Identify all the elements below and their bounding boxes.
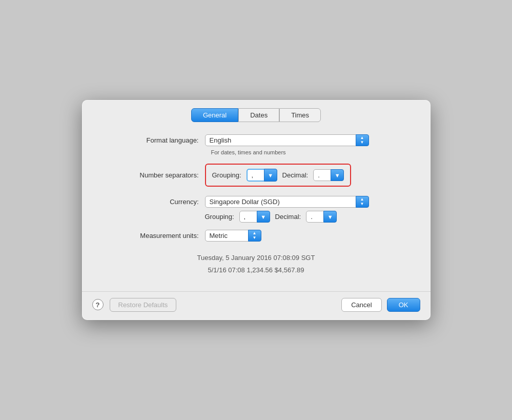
currency-row: Currency: Singapore Dollar (SGD) ▲ ▼	[103, 196, 410, 208]
dialog: General Dates Times Format language: Eng…	[82, 100, 431, 320]
decimal-label: Decimal:	[282, 171, 309, 179]
preview-line2: 5/1/16 07:08 1,234.56 $4,567.89	[103, 264, 410, 276]
measurement-select-wrapper: Metric ▲ ▼	[205, 230, 261, 242]
currency-decimal-wrapper: . ▼	[306, 211, 337, 223]
preview-line1: Tuesday, 5 January 2016 07:08:09 SGT	[103, 252, 410, 264]
format-language-select-wrapper: English ▲ ▼	[205, 134, 369, 146]
separators-box: Grouping: , ▼ Decimal: . ▼	[205, 164, 352, 187]
currency-decimal-label: Decimal:	[275, 213, 301, 221]
tab-times[interactable]: Times	[279, 108, 321, 122]
number-separators-row: Number separators: Grouping: , ▼ Decimal…	[103, 164, 410, 187]
bottom-left: ? Restore Defaults	[92, 298, 177, 312]
format-language-label: Format language:	[103, 136, 205, 144]
measurement-select[interactable]: Metric	[205, 230, 261, 242]
ok-button[interactable]: OK	[387, 298, 420, 312]
measurement-row: Measurement units: Metric ▲ ▼	[103, 230, 410, 242]
decimal-select[interactable]: .	[313, 169, 344, 181]
content-area: Format language: English ▲ ▼ For dates, …	[82, 122, 431, 291]
grouping-select[interactable]: ,	[247, 169, 277, 182]
currency-grouping-select[interactable]: ,	[239, 211, 270, 223]
format-language-row: Format language: English ▲ ▼	[103, 134, 410, 146]
tab-bar: General Dates Times	[82, 100, 431, 122]
help-button[interactable]: ?	[92, 299, 104, 310]
currency-decimal-select[interactable]: .	[306, 211, 337, 223]
currency-grouping-label: Grouping:	[205, 213, 234, 221]
currency-select[interactable]: Singapore Dollar (SGD)	[205, 196, 369, 208]
tab-dates[interactable]: Dates	[238, 108, 279, 122]
currency-label: Currency:	[103, 198, 205, 206]
bottom-bar: ? Restore Defaults Cancel OK	[82, 291, 431, 320]
currency-select-wrapper: Singapore Dollar (SGD) ▲ ▼	[205, 196, 369, 208]
number-separators-label: Number separators:	[103, 171, 205, 179]
measurement-label: Measurement units:	[103, 232, 205, 239]
tab-general[interactable]: General	[191, 108, 238, 122]
grouping-label: Grouping:	[212, 171, 241, 179]
preview-section: Tuesday, 5 January 2016 07:08:09 SGT 5/1…	[103, 252, 410, 276]
grouping-select-wrapper: , ▼	[247, 169, 277, 182]
format-language-select[interactable]: English	[205, 134, 369, 146]
decimal-select-wrapper: . ▼	[313, 169, 344, 181]
format-language-sublabel: For dates, times and numbers	[211, 149, 410, 155]
bottom-right: Cancel OK	[341, 298, 420, 312]
currency-separators-row: Grouping: , ▼ Decimal: . ▼	[103, 211, 410, 223]
currency-separators-group: Grouping: , ▼ Decimal: . ▼	[205, 211, 337, 223]
restore-defaults-button[interactable]: Restore Defaults	[110, 298, 177, 312]
currency-grouping-wrapper: , ▼	[239, 211, 270, 223]
cancel-button[interactable]: Cancel	[341, 298, 381, 312]
